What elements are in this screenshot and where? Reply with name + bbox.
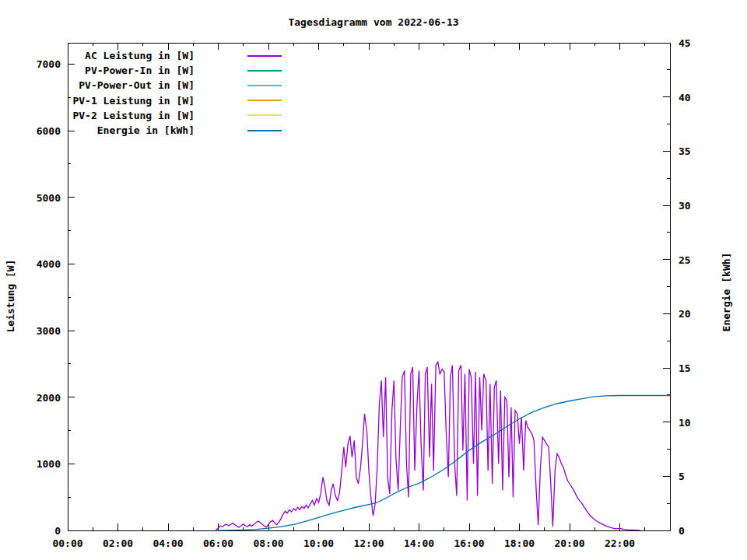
- y-left-tick-label: 4000: [37, 258, 61, 270]
- y-right-tick-label: 45: [679, 37, 691, 49]
- legend-item-ac-leistung-in-w: AC Leistung in [W]: [70, 50, 296, 62]
- x-tick-label: 10:00: [303, 537, 334, 549]
- legend-line-sample: [247, 114, 282, 116]
- x-tick-label: 22:00: [605, 537, 635, 549]
- legend-line-sample: [247, 130, 282, 131]
- y-right-tick-label: 10: [679, 417, 691, 429]
- daily-pv-chart: Tagesdiagramm vom 2022-06-13 Leistung [W…: [0, 0, 747, 560]
- y-right-tick-label: 40: [679, 92, 691, 103]
- x-tick-label: 20:00: [554, 537, 584, 549]
- y-left-tick-label: 2000: [37, 392, 61, 404]
- legend-line-sample: [247, 70, 282, 72]
- legend-item-pv-power-out-in-w: PV-Power-Out in [W]: [70, 79, 296, 92]
- y-right-tick-label: 35: [679, 145, 691, 157]
- y-left-tick-label: 5000: [37, 192, 61, 204]
- x-tick-label: 02:00: [103, 537, 133, 549]
- y-right-tick-label: 30: [679, 200, 691, 212]
- legend-label: Energie in [kWh]: [70, 124, 195, 136]
- y-left-tick-label: 0: [54, 525, 61, 537]
- y-right-tick-label: 20: [679, 308, 691, 320]
- y-left-tick-label: 1000: [37, 458, 61, 470]
- legend-item-energie-in-kwh: Energie in [kWh]: [70, 124, 296, 137]
- y-right-tick-label: 25: [679, 254, 691, 266]
- x-tick-label: 12:00: [353, 537, 384, 549]
- y-left-tick-label: 7000: [37, 58, 61, 70]
- y-right-tick-label: 0: [679, 525, 685, 537]
- series-line-energie-in-kwh: [216, 396, 670, 531]
- x-tick-label: 16:00: [454, 537, 484, 549]
- legend-line-sample: [247, 85, 282, 86]
- y-right-tick-label: 5: [679, 471, 685, 482]
- x-tick-label: 08:00: [253, 537, 283, 549]
- y-left-tick-label: 3000: [37, 325, 61, 337]
- x-tick-label: 04:00: [153, 537, 183, 549]
- x-tick-label: 14:00: [404, 537, 434, 549]
- legend-item-pv-power-in-in-w: PV-Power-In in [W]: [70, 65, 296, 77]
- x-tick-label: 18:00: [504, 537, 535, 549]
- legend-label: PV-2 Leistung in [W]: [70, 110, 195, 121]
- legend-label: PV-Power-Out in [W]: [70, 79, 195, 91]
- y-left-tick-label: 6000: [37, 125, 61, 137]
- legend-line-sample: [247, 100, 282, 101]
- y-right-tick-label: 15: [679, 362, 691, 374]
- legend-label: PV-Power-In in [W]: [70, 65, 195, 76]
- legend-label: PV-1 Leistung in [W]: [70, 95, 195, 107]
- x-tick-label: 00:00: [52, 537, 82, 549]
- series-line-ac-leistung-in-w: [216, 362, 640, 530]
- x-tick-label: 06:00: [203, 537, 233, 549]
- legend-item-pv-1-leistung-in-w: PV-1 Leistung in [W]: [70, 94, 296, 107]
- legend-label: AC Leistung in [W]: [70, 50, 195, 61]
- legend-item-pv-2-leistung-in-w: PV-2 Leistung in [W]: [70, 109, 296, 121]
- legend-line-sample: [247, 55, 282, 57]
